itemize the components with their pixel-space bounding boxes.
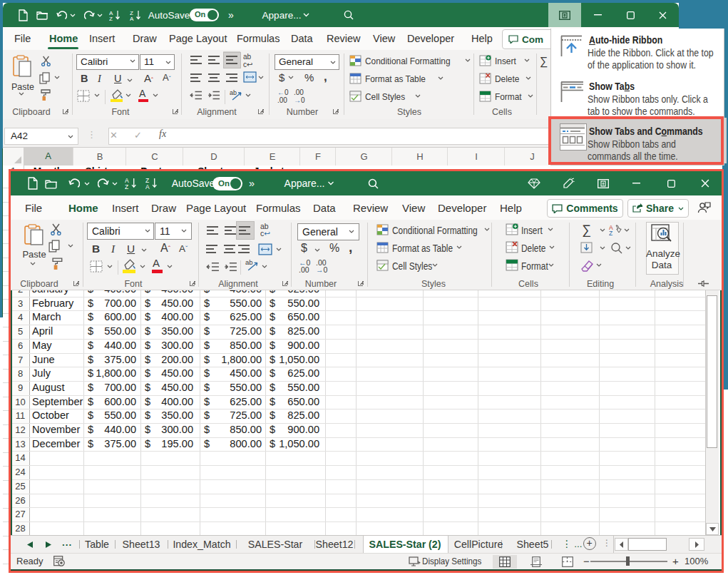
svg-text:ab: ab xyxy=(245,259,253,267)
svg-text:ab: ab xyxy=(230,89,237,96)
svg-text:A: A xyxy=(130,16,134,21)
svg-text:Z: Z xyxy=(609,230,612,236)
svg-text:Z: Z xyxy=(125,183,128,189)
svg-text:Z: Z xyxy=(109,16,113,21)
svg-text:A: A xyxy=(145,183,150,189)
